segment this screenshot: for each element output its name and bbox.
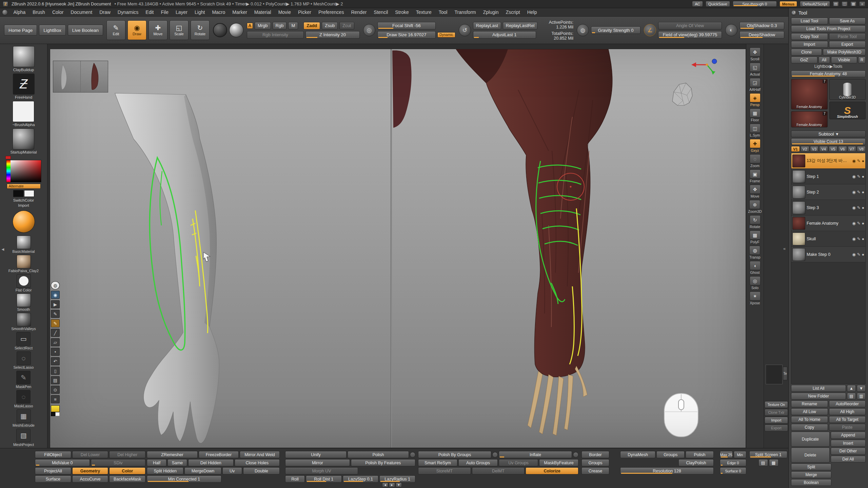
bottom-button[interactable]: Min <box>734 451 747 458</box>
load-tools-from-project-button[interactable]: Load Tools From Project <box>791 25 866 32</box>
bottom-button[interactable]: Uv Groups <box>499 459 538 466</box>
gray-arm-model[interactable] <box>115 93 219 443</box>
menu-item[interactable]: Stroke <box>392 8 412 17</box>
bottom-slider[interactable]: SDiv <box>91 459 146 466</box>
light-icon[interactable]: ◍ <box>51 281 60 289</box>
menu-item[interactable]: File <box>157 8 172 17</box>
color-picker[interactable] <box>6 160 41 182</box>
gravity-strength-slider[interactable]: Gravity Strength 0 <box>591 26 640 34</box>
line-icon[interactable]: ╱ <box>51 329 60 337</box>
draw-mode-button[interactable]: ◉ Draw <box>127 20 146 40</box>
tool-thumb-female-anatomy[interactable]: 7 Female Anatomy <box>791 79 828 109</box>
bottom-button[interactable]: Morph UV <box>285 467 358 474</box>
dot-icon[interactable]: ● <box>862 237 864 241</box>
dock-down-icon[interactable]: ▼ <box>396 483 402 487</box>
bottom-button[interactable]: Groups <box>656 451 685 458</box>
menu-item[interactable]: Document <box>67 8 96 17</box>
menu-item[interactable]: Zscript <box>502 8 524 17</box>
eraser-icon[interactable]: ▱ <box>51 338 60 346</box>
subtool-row[interactable]: Make Step 0 ◉ ✎ ● <box>791 247 865 262</box>
save-as-button[interactable]: Save As <box>829 18 866 24</box>
bottom-button[interactable]: Mirror <box>285 459 350 466</box>
bottom-button[interactable]: ZRemesher <box>147 451 198 458</box>
split-button[interactable]: Split <box>791 464 831 470</box>
brush-icon[interactable]: ✎ <box>857 174 861 179</box>
subtool-row[interactable]: Step 2 ◉ ✎ ● <box>791 184 865 200</box>
texture-tab[interactable]: Te <box>783 367 787 380</box>
left-tray-collapse-icon[interactable]: ◄ <box>1 247 5 252</box>
bottom-button[interactable]: DynaMesh <box>620 451 655 458</box>
folder-expand-icon[interactable]: ▥ <box>857 393 866 400</box>
autoreorder-button[interactable]: AutoReorder <box>829 401 866 407</box>
texture-import-button[interactable]: Import <box>765 417 788 424</box>
zcut-button[interactable]: Zcut <box>339 22 354 29</box>
bottom-slider[interactable]: MidValue 0 <box>35 459 90 466</box>
subtool-tab-v7[interactable]: V7 <box>848 146 856 152</box>
see-through-slider[interactable]: See-through 0 <box>733 1 777 7</box>
boolean-button[interactable]: Boolean <box>791 479 831 486</box>
live-boolean-button[interactable]: Live Boolean <box>68 25 103 36</box>
menu-item[interactable]: Movie <box>275 8 294 17</box>
insert-button[interactable]: Insert <box>831 440 866 447</box>
bottom-button[interactable]: Del Lower <box>72 451 108 458</box>
paste-tool-button[interactable]: Paste Tool <box>829 33 866 40</box>
bottom-button[interactable] <box>410 452 415 458</box>
dot-icon[interactable]: ● <box>862 252 864 257</box>
edit-mode-button[interactable]: ✎ Edit <box>106 20 125 40</box>
saturation-value-area[interactable] <box>11 160 41 182</box>
menu-item[interactable]: Edit <box>142 8 157 17</box>
bottom-button[interactable]: Uv <box>222 467 242 474</box>
bottom-button[interactable]: Half <box>147 459 166 466</box>
bottom-slider[interactable]: Roll <box>285 475 305 483</box>
all-to-target-button[interactable]: All To Target <box>829 416 866 423</box>
brush-icon[interactable]: ✎ <box>857 221 861 226</box>
muscle-arm-model[interactable] <box>456 49 612 435</box>
obj-shadow-slider[interactable]: ObjShadow 0.3 <box>739 22 784 29</box>
ac-button[interactable]: AC <box>692 1 703 7</box>
brush-icon[interactable]: ✎ <box>857 252 861 257</box>
rotate-mode-button[interactable]: ↻ Rotate <box>191 20 210 40</box>
bottom-button[interactable] <box>492 452 498 458</box>
material-fabiopaiva-clay2[interactable]: FabioPaiva_Clay2 <box>8 255 39 273</box>
alpha-slot-brushalpha[interactable]: ~BrushAlpha <box>12 101 35 127</box>
del-other-button[interactable]: Del Other <box>831 448 866 455</box>
material-smoothvalleys[interactable]: SmoothValleys <box>11 313 36 331</box>
menu-item[interactable]: Picker <box>295 8 315 17</box>
scroll-button[interactable]: ✥ Scroll <box>750 47 761 61</box>
print-icon[interactable]: ▤ <box>51 376 60 384</box>
move-3d-button[interactable]: ✥ Move <box>750 185 761 198</box>
field-of-view-slider[interactable]: Field of view(deg) 39.59775 <box>658 31 722 39</box>
display-icon[interactable]: ▤ <box>833 1 839 6</box>
visibility-icon[interactable]: ◉ <box>51 291 60 299</box>
transparency-button[interactable]: ◍ Transp <box>749 246 760 259</box>
bottom-button[interactable]: ProjectAll <box>35 467 71 474</box>
undo-icon[interactable]: ↶ <box>51 357 60 365</box>
subtool-tab-v3[interactable]: V3 <box>810 146 819 152</box>
dot-icon[interactable]: ● <box>862 174 864 179</box>
bottom-button[interactable]: Polish <box>348 451 409 458</box>
bottom-button[interactable]: Mirror And Weld <box>240 451 280 458</box>
pencil-icon[interactable]: ✎ <box>51 319 60 327</box>
switch-color-button[interactable]: SwitchColor <box>13 198 34 202</box>
aahalf-button[interactable]: ◲ AAHalf <box>749 78 761 92</box>
goz-visible-button[interactable]: Visible <box>831 57 857 63</box>
clone-txtr-button[interactable]: Clone Txtr <box>765 409 788 416</box>
menu-item[interactable]: Brush <box>29 8 49 17</box>
ghost-button[interactable]: ◖ Ghost <box>750 261 761 274</box>
default-zscript-button[interactable]: DefaultZScript <box>800 1 830 7</box>
texture-preview[interactable] <box>766 365 783 384</box>
quicksave-button[interactable]: QuickSave <box>706 1 730 7</box>
eye-icon[interactable]: ◉ <box>852 252 855 257</box>
bottom-button[interactable]: Groups <box>581 459 609 466</box>
del-all-button[interactable]: Del All <box>831 456 866 463</box>
menu-item[interactable]: Layer <box>172 8 191 17</box>
black-swatch[interactable] <box>51 412 55 416</box>
new-folder-button[interactable]: New Folder <box>791 393 846 400</box>
bottom-button[interactable]: Unify <box>285 451 347 458</box>
bottom-button[interactable]: Surface <box>35 475 71 483</box>
note-icon[interactable]: ≡ <box>51 395 60 403</box>
bottom-button[interactable]: Split Hidden <box>147 467 183 474</box>
append-button[interactable]: Append <box>831 432 866 439</box>
bottom-button[interactable]: Border <box>581 451 609 458</box>
subtool-row[interactable]: Skull ◉ ✎ ● <box>791 231 865 247</box>
